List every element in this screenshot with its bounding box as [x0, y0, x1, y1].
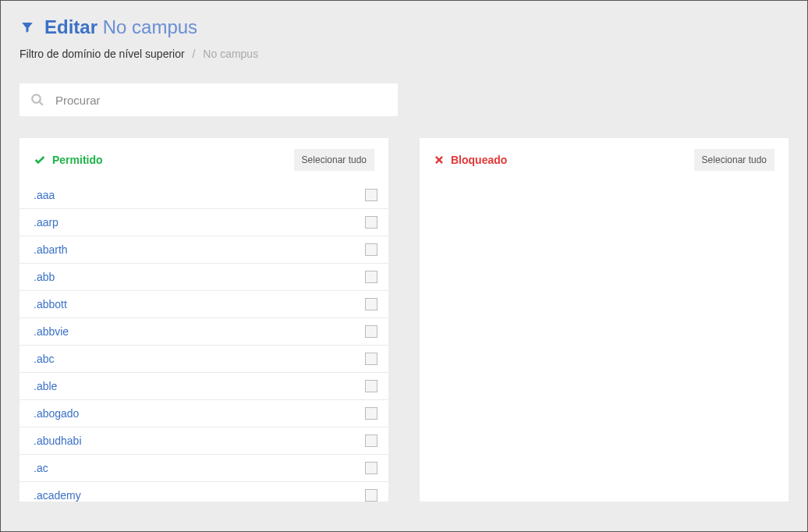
domain-name[interactable]: .abbott	[34, 298, 67, 310]
domain-name[interactable]: .abudhabi	[34, 434, 82, 447]
domain-row: .abbott	[19, 291, 388, 318]
page-header: Editar No campus	[19, 16, 789, 38]
search-icon	[30, 93, 44, 107]
check-icon	[34, 154, 46, 166]
search-box[interactable]	[19, 83, 398, 116]
domain-row: .aarp	[19, 209, 388, 236]
domain-name[interactable]: .ac	[34, 462, 48, 474]
page-title: Editar No campus	[44, 16, 197, 38]
domain-name[interactable]: .abogado	[34, 407, 79, 420]
domain-row: .abogado	[19, 400, 388, 427]
title-context: No campus	[103, 16, 197, 37]
domain-checkbox[interactable]	[365, 489, 377, 502]
search-input[interactable]	[55, 94, 387, 107]
domain-checkbox[interactable]	[365, 216, 377, 229]
filter-icon	[19, 20, 35, 35]
domain-row: .aaa	[19, 182, 388, 209]
blocked-title-text: Bloqueado	[451, 154, 507, 166]
blocked-domain-list[interactable]	[420, 182, 789, 502]
domain-checkbox[interactable]	[365, 434, 377, 447]
allowed-select-all-button[interactable]: Selecionar tudo	[294, 149, 374, 171]
breadcrumb: Filtro de domínio de nível superior / No…	[19, 48, 789, 60]
domain-name[interactable]: .aarp	[34, 216, 58, 229]
allowed-panel-title: Permitido	[34, 154, 103, 166]
domain-row: .abbvie	[19, 318, 388, 346]
title-action: Editar	[44, 16, 97, 37]
domain-checkbox[interactable]	[365, 407, 377, 420]
domain-checkbox[interactable]	[365, 353, 377, 365]
blocked-panel: Bloqueado Selecionar tudo	[420, 138, 789, 502]
domain-name[interactable]: .abarth	[34, 243, 68, 256]
breadcrumb-current: No campus	[203, 48, 258, 60]
domain-checkbox[interactable]	[365, 298, 377, 310]
svg-point-0	[32, 94, 41, 103]
x-icon	[434, 154, 445, 165]
domain-checkbox[interactable]	[365, 271, 377, 283]
blocked-select-all-button[interactable]: Selecionar tudo	[694, 149, 774, 171]
svg-line-1	[39, 101, 43, 105]
domain-row: .academy	[19, 482, 388, 502]
domain-checkbox[interactable]	[365, 243, 377, 256]
domain-checkbox[interactable]	[365, 189, 377, 201]
domain-row: .ac	[19, 455, 388, 482]
domain-name[interactable]: .aaa	[34, 189, 55, 201]
domain-name[interactable]: .abb	[34, 271, 55, 283]
breadcrumb-parent[interactable]: Filtro de domínio de nível superior	[19, 48, 185, 60]
domain-row: .abb	[19, 264, 388, 291]
domain-name[interactable]: .abbvie	[34, 325, 69, 338]
domain-row: .abc	[19, 346, 388, 373]
domain-checkbox[interactable]	[365, 462, 377, 474]
allowed-title-text: Permitido	[52, 154, 103, 166]
blocked-panel-title: Bloqueado	[434, 154, 507, 166]
domain-row: .abudhabi	[19, 427, 388, 455]
domain-name[interactable]: .academy	[34, 489, 81, 502]
allowed-domain-list[interactable]: .aaa.aarp.abarth.abb.abbott.abbvie.abc.a…	[19, 182, 388, 502]
domain-checkbox[interactable]	[365, 325, 377, 338]
domain-checkbox[interactable]	[365, 380, 377, 392]
allowed-panel: Permitido Selecionar tudo .aaa.aarp.abar…	[19, 138, 388, 502]
breadcrumb-separator: /	[193, 48, 196, 60]
domain-name[interactable]: .able	[34, 380, 57, 392]
domain-name[interactable]: .abc	[34, 353, 54, 365]
domain-row: .abarth	[19, 236, 388, 264]
domain-row: .able	[19, 373, 388, 400]
